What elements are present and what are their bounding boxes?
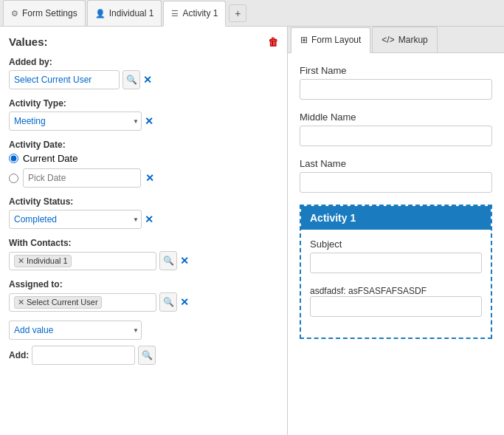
- activity-type-select[interactable]: Meeting Call Email Task: [9, 112, 142, 131]
- activity-status-group: Activity Status: Completed Planned Not S…: [9, 196, 278, 229]
- assigned-to-tag: ✕ Select Current User: [14, 296, 102, 309]
- middle-name-label: Middle Name: [300, 112, 492, 123]
- last-name-group: Last Name: [300, 158, 492, 193]
- with-contacts-label: With Contacts:: [9, 238, 278, 248]
- activity-date-label: Activity Date:: [9, 140, 278, 150]
- gear-icon: [11, 9, 18, 18]
- left-panel: Values: 🗑 Added by: 🔍 ✕ Activity Type: M…: [0, 27, 288, 435]
- activity-date-group: Activity Date: Current Date ✕: [9, 140, 278, 188]
- current-date-row: Current Date: [9, 153, 278, 164]
- first-name-input[interactable]: [300, 79, 492, 100]
- last-name-label: Last Name: [300, 158, 492, 169]
- with-contacts-clear-button[interactable]: ✕: [180, 255, 189, 267]
- activity-body: Subject asdfadsf: asFSASFAFSASDF: [301, 239, 491, 317]
- added-by-search-button[interactable]: 🔍: [122, 70, 140, 89]
- middle-name-group: Middle Name: [300, 112, 492, 146]
- search-icon-assigned: 🔍: [163, 297, 174, 307]
- add-tab-button[interactable]: +: [229, 4, 246, 22]
- with-contacts-tag: ✕ Individual 1: [14, 255, 72, 267]
- with-contacts-input-row: ✕ Individual 1 🔍 ✕: [9, 251, 278, 270]
- main-tab-bar: Form Settings Individual 1 ☰ Activity 1 …: [0, 0, 504, 27]
- subject-input[interactable]: [310, 253, 482, 273]
- right-panel: ⊞ Form Layout </> Markup First Name Midd…: [288, 27, 504, 435]
- tab-activity-1[interactable]: ☰ Activity 1: [163, 1, 226, 27]
- activity-type-group: Activity Type: Meeting Call Email Task ✕: [9, 98, 278, 131]
- assigned-to-search-button[interactable]: 🔍: [159, 292, 177, 312]
- activity-type-select-wrapper: Meeting Call Email Task: [9, 112, 142, 131]
- subject-group: Subject: [310, 239, 482, 273]
- tab-individual-1[interactable]: Individual 1: [87, 0, 162, 26]
- code-icon: </>: [382, 35, 394, 45]
- assigned-to-tag-label: Select Current User: [27, 298, 98, 306]
- activity-date-radio-group: Current Date ✕: [9, 153, 278, 188]
- with-contacts-group: With Contacts: ✕ Individual 1 🔍 ✕: [9, 238, 278, 270]
- right-tab-bar: ⊞ Form Layout </> Markup: [288, 27, 504, 53]
- pick-date-clear-button[interactable]: ✕: [145, 172, 154, 184]
- activity-status-select-wrapper: Completed Planned Not Started In Progres…: [9, 210, 142, 229]
- pick-date-radio[interactable]: [9, 174, 18, 183]
- add-input[interactable]: [32, 346, 135, 365]
- assigned-to-tag-remove[interactable]: ✕: [18, 298, 24, 307]
- delete-icon[interactable]: 🗑: [268, 36, 278, 48]
- current-date-label: Current Date: [23, 153, 77, 164]
- activity-type-clear-button[interactable]: ✕: [145, 115, 153, 127]
- tab-markup[interactable]: </> Markup: [372, 27, 437, 52]
- body-text: asdfadsf: asFSASFAFSASDF: [310, 286, 427, 296]
- form-name-section: First Name Middle Name Last Name: [300, 65, 492, 193]
- assigned-to-group: Assigned to: ✕ Select Current User 🔍 ✕: [9, 279, 278, 312]
- add-label: Add:: [9, 350, 29, 360]
- tab-activity-1-label: Activity 1: [182, 8, 218, 18]
- activity-icon: ☰: [171, 9, 179, 18]
- with-contacts-tag-remove[interactable]: ✕: [18, 256, 24, 266]
- search-icon: 🔍: [126, 75, 137, 85]
- add-row: Add: 🔍: [9, 346, 278, 365]
- with-contacts-search-button[interactable]: 🔍: [159, 251, 177, 270]
- activity-section-header: Activity 1: [301, 206, 491, 230]
- added-by-clear-button[interactable]: ✕: [143, 74, 152, 86]
- assigned-to-input-row: ✕ Select Current User 🔍 ✕: [9, 292, 278, 312]
- tab-form-layout-label: Form Layout: [311, 35, 361, 45]
- add-value-row: Add value: [9, 321, 278, 340]
- pick-date-input[interactable]: [23, 168, 141, 188]
- body-input[interactable]: [310, 296, 482, 317]
- first-name-label: First Name: [300, 65, 492, 76]
- activity-status-label: Activity Status:: [9, 196, 278, 207]
- user-icon: [95, 9, 106, 18]
- add-value-select[interactable]: Add value: [9, 321, 142, 340]
- activity-section: Activity 1 Subject asdfadsf: asFSASFAFSA…: [300, 205, 492, 339]
- add-search-button[interactable]: 🔍: [138, 346, 156, 365]
- with-contacts-tag-label: Individual 1: [27, 256, 68, 265]
- tab-form-settings[interactable]: Form Settings: [3, 0, 86, 26]
- middle-name-input[interactable]: [300, 126, 492, 146]
- activity-status-clear-button[interactable]: ✕: [145, 213, 153, 225]
- assigned-to-label: Assigned to:: [9, 279, 278, 290]
- search-icon-contacts: 🔍: [163, 256, 174, 266]
- pick-date-row: ✕: [9, 168, 278, 188]
- tab-form-layout[interactable]: ⊞ Form Layout: [291, 27, 370, 53]
- search-icon-add: 🔍: [142, 350, 153, 360]
- body-group: asdfadsf: asFSASFAFSASDF: [310, 285, 482, 317]
- tab-markup-label: Markup: [398, 35, 428, 45]
- panel-title-row: Values: 🗑: [9, 35, 278, 48]
- activity-status-select[interactable]: Completed Planned Not Started In Progres…: [9, 210, 142, 229]
- activity-type-input-row: Meeting Call Email Task ✕: [9, 112, 278, 131]
- first-name-group: First Name: [300, 65, 492, 100]
- added-by-label: Added by:: [9, 57, 278, 67]
- added-by-input[interactable]: [9, 70, 120, 89]
- assigned-to-clear-button[interactable]: ✕: [180, 296, 189, 308]
- assigned-to-tag-container: ✕ Select Current User: [9, 293, 156, 312]
- subject-label: Subject: [310, 239, 482, 250]
- current-date-radio[interactable]: [9, 154, 18, 163]
- with-contacts-tag-container: ✕ Individual 1: [9, 252, 156, 270]
- panel-title: Values:: [9, 35, 48, 48]
- right-content: First Name Middle Name Last Name Activit…: [288, 53, 504, 435]
- last-name-input[interactable]: [300, 172, 492, 193]
- activity-status-input-row: Completed Planned Not Started In Progres…: [9, 210, 278, 229]
- layout-icon: ⊞: [300, 35, 308, 45]
- added-by-input-row: 🔍 ✕: [9, 70, 278, 89]
- added-by-group: Added by: 🔍 ✕: [9, 57, 278, 89]
- main-content: Values: 🗑 Added by: 🔍 ✕ Activity Type: M…: [0, 27, 504, 435]
- activity-type-label: Activity Type:: [9, 98, 278, 109]
- tab-form-settings-label: Form Settings: [22, 8, 77, 18]
- add-value-select-wrapper: Add value: [9, 321, 142, 340]
